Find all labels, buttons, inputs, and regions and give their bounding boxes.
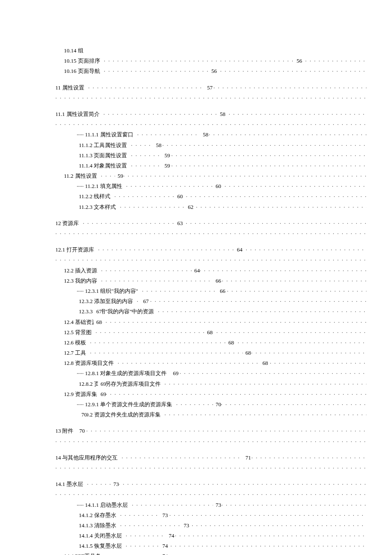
toc-entry: 12.3 我的内容 66 · · · · · · · · · · · · · ·… (55, 277, 366, 285)
toc-label: ····· 11.1.1 属性设置窗口 (77, 131, 135, 138)
toc-entry: ····· 11.2.1 填充属性 60 · · · · · · · · · ·… (55, 182, 366, 190)
toc-page-number: 58 (153, 142, 161, 149)
toc-label: 14 与其他应用程序的交互 (55, 454, 119, 461)
toc-label: 13 附件 (55, 428, 75, 434)
section-gap (55, 214, 366, 220)
toc-leader-dots: · · · · · · · · · · · · · · · · · · · · … (162, 381, 366, 387)
toc-leader-dots: · · · · · · · · · · · · · · · · · · · · … (102, 58, 367, 64)
toc-page-number: 60 (213, 182, 221, 190)
toc-page-number: 62 (185, 203, 193, 211)
toc-leader-dots: · · · · · · · · · · · · · · · · · · · · … (75, 428, 366, 434)
toc-entry: 12.9 资源库集 69 · · · · · · · · · · · · · ·… (55, 390, 366, 398)
toc-leader-dots: · · · · · · · · · · · · · · · · · · · · … (99, 278, 366, 284)
toc-leader-dots: · · · · · · · · · · · · · · · · · · · · … (124, 183, 366, 189)
toc-page-number: 73 (111, 480, 119, 488)
toc-entry: 11.1.3 页面属性设置 59 · · · · · · · · · · · ·… (55, 152, 366, 159)
toc-label: 14.1.2 保存墨水 (79, 512, 118, 518)
toc-entry: 12.8 资源库项目文件 68 · · · · · · · · · · · · … (55, 359, 366, 367)
toc-label: 12.8 资源库项目文件 (64, 360, 115, 366)
toc-leader-dots: · · · · · · · · · · · · · · · · · · · · … (162, 411, 366, 418)
toc-entry: 14 与其他应用程序的交互 71 · · · · · · · · · · · ·… (55, 454, 366, 462)
section-gap (55, 474, 366, 480)
toc-page-number: 63 (175, 220, 183, 227)
toc-label: 12.2 插入资源 (64, 267, 99, 274)
toc-leader-dots: · · · · · · · · · · · · · · · · · · · · … (103, 553, 366, 555)
toc-entry: 14.1 墨水层 73 · · · · · · · · · · · · · · … (55, 480, 366, 488)
toc-page-number: 66 (217, 287, 225, 295)
toc-page-number: 70 (213, 401, 221, 408)
toc-label: 12.3 我的内容 (64, 278, 99, 284)
toc-entry: 14.1.5 恢复墨水层 74 · · · · · · · · · · · · … (55, 542, 366, 550)
toc-page-number: 68 (226, 339, 234, 347)
toc-page-number: 74 (166, 532, 174, 540)
section-gap (55, 104, 366, 110)
toc-leader-extra: · · · · · · · · · · · · · · · · · · · · … (55, 464, 366, 472)
toc-entry: 11.2.3 文本样式 62 · · · · · · · · · · · · ·… (55, 203, 366, 211)
toc-leader-extra: · · · · · · · · · · · · · · · · · · · · … (55, 438, 366, 445)
toc-label: 14.1 墨水层 (55, 481, 85, 487)
toc-entry: 14.4 PPT工具条 74 · · · · · · · · · · · · ·… (55, 552, 366, 555)
toc-leader-dots: · · · · · · · · · · · · · · · · · · · · … (118, 512, 366, 518)
toc-entry: 14.1.2 保存墨水 73 · · · · · · · · · · · · ·… (55, 512, 366, 519)
toc-entry: 11 属性设置 57 · · · · · · · · · · · · · · ·… (55, 84, 366, 92)
toc-entry: 12 资源库 63 · · · · · · · · · · · · · · · … (55, 220, 366, 227)
toc-leader-extra: · · · · · · · · · · · · · · · · · · · · … (55, 121, 366, 128)
toc-entry: 12.4 基础资源 68 · · · · · · · · · · · · · ·… (55, 318, 366, 326)
toc-page-number: 70 (79, 411, 87, 419)
toc-leader-dots: · · · · · · · · · · · · · · · · · · · · … (156, 308, 366, 315)
toc-leader-dots: · · · · · · · · · · · · · · · · · · · · … (112, 193, 366, 199)
toc-page-number: 58 (217, 110, 225, 118)
toc-label: 11.2 属性设置 (64, 173, 99, 179)
toc-leader-dots: · · · · · · · · · · · · · · · · · · · · … (88, 350, 366, 356)
toc-label: 14.4 PPT工具条 (64, 553, 103, 555)
toc-label: ····· 12.3.1 组织"我的内容" (77, 288, 140, 294)
toc-label: 12.6 模板 (64, 339, 88, 346)
toc-leader-dots: · · · · · · · · · · · · · · · · · · · · … (99, 267, 366, 274)
toc-leader-dots: · · · · · · · · · · · · · · · · · · · · … (135, 131, 366, 138)
toc-label: 14.1.4 关闭墨水层 (79, 532, 124, 539)
toc-leader-dots: · · · · · · · · · · · · · · · · · · · · … (101, 111, 366, 117)
toc-page-number: 68 (205, 329, 213, 336)
toc-label: 10.14 组 (64, 47, 84, 54)
toc-label: ····· 11.2.1 填充属性 (77, 183, 124, 189)
toc-entry: ····· 11.1.1 属性设置窗口 58 · · · · · · · · ·… (55, 131, 366, 139)
toc-page-number: 74 (160, 552, 168, 555)
toc-page-number: 59 (162, 162, 170, 170)
toc-leader-extra: · · · · · · · · · · · · · · · · · · · · … (55, 230, 366, 237)
toc-entry: ····· 12.3.1 组织"我的内容" 66 · · · · · · · ·… (55, 287, 366, 295)
toc-page-number: 73 (181, 522, 189, 529)
toc-label: 11.2.3 文本样式 (79, 204, 118, 210)
toc-page-number: 67 (94, 308, 102, 315)
toc-label: 10.16 页面导航 (64, 68, 102, 74)
toc-page: { "entries": [ { "label": "10.14 组", "pa… (0, 0, 392, 555)
toc-leader-dots: · · · · · · · · · · · · · · · · · · · · … (140, 288, 366, 294)
toc-page-number: 68 (94, 318, 102, 326)
toc-entry: 10.16 页面导航 56 · · · · · · · · · · · · · … (55, 67, 366, 75)
toc-label: ····· 12.8.1 对象生成的资源库项目文件 (77, 370, 168, 376)
toc-entry: 10.14 组 (55, 47, 366, 55)
toc-label: 10.15 页面排序 (64, 58, 102, 64)
toc-label: 11 属性设置 (55, 84, 86, 91)
toc-leader-dots: · · · · · · · · · · · · · · · · · · · · … (86, 84, 366, 91)
toc-leader-extra: · · · · · · · · · · · · · · · · · · · · … (55, 94, 366, 102)
toc-entry: 12.6 模板 68 · · · · · · · · · · · · · · ·… (55, 339, 366, 347)
toc-page-number: 73 (213, 501, 221, 509)
toc-leader-extra: · · · · · · · · · · · · · · · · · · · · … (55, 256, 366, 264)
section-gap (55, 421, 366, 427)
toc-page-number: 73 (160, 512, 168, 519)
toc-container: 10.14 组10.15 页面排序 56 · · · · · · · · · ·… (55, 47, 366, 555)
toc-page-number: 64 (234, 246, 242, 254)
toc-leader-dots: · · · · · · · · · · · · · · · · · · · · … (124, 532, 366, 539)
toc-label: 12.9.2 资源文件夹生成的资源库集 (79, 411, 162, 418)
toc-leader-dots: · · · · · · · · · · · · · · · · · · · · … (99, 391, 366, 397)
toc-leader-dots: · · · · · · · · · · · · · · · · · · · · … (118, 522, 366, 529)
toc-entry: 12.3.3 使用"我的内容"中的资源 67 · · · · · · · · ·… (55, 308, 366, 315)
toc-entry: 12.8.2 页面另存为资源库项目文件 69 · · · · · · · · ·… (55, 380, 366, 388)
toc-page-number: 74 (160, 542, 168, 550)
toc-page-number: 69 (170, 370, 179, 377)
toc-entry: 14.1.4 关闭墨水层 74 · · · · · · · · · · · · … (55, 532, 366, 540)
toc-entry: ····· 12.9.1 单个资源文件生成的资源库集 70 · · · · · … (55, 401, 366, 408)
toc-leader-dots: · · · · · · · · · · · · · · · · · · · · … (135, 298, 366, 304)
toc-entry: 12.5 背景图 68 · · · · · · · · · · · · · · … (55, 329, 366, 336)
toc-label: 11.1 属性设置简介 (55, 111, 101, 117)
